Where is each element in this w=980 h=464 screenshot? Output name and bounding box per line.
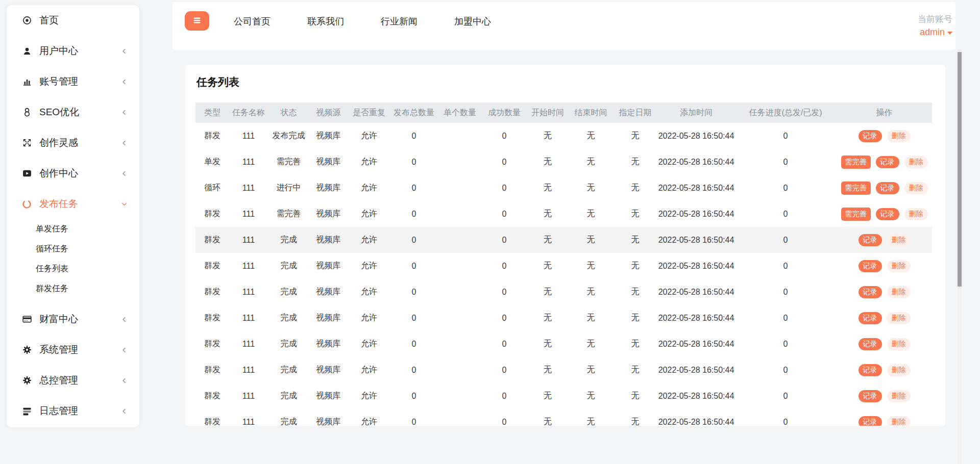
account-name: admin <box>920 27 945 38</box>
sidebar-item-系统管理[interactable]: 系统管理 <box>7 334 139 365</box>
cell-added: 2022-05-28 16:50:44 <box>658 357 734 383</box>
menu-toggle-button[interactable] <box>185 11 209 31</box>
delete-button[interactable]: 删除 <box>887 260 911 272</box>
record-button[interactable]: 记录 <box>859 130 882 142</box>
cell-status: 进行中 <box>268 175 309 201</box>
delete-button[interactable]: 删除 <box>887 286 911 298</box>
delete-button[interactable]: 删除 <box>887 338 911 350</box>
cell-end: 无 <box>569 305 612 331</box>
scrollbar-thumb[interactable] <box>958 52 962 287</box>
cell-start: 无 <box>526 409 569 426</box>
cell-type: 循环 <box>195 175 229 201</box>
column-header: 状态 <box>268 102 309 123</box>
cell-name: 111 <box>229 227 268 253</box>
delete-button[interactable]: 删除 <box>887 234 911 246</box>
cell-type: 群发 <box>195 227 229 253</box>
cell-start: 无 <box>526 201 569 227</box>
cell-type: 群发 <box>195 305 229 331</box>
cell-single <box>437 227 482 253</box>
improve-button[interactable]: 需完善 <box>841 156 871 169</box>
cell-date: 无 <box>612 383 658 409</box>
delete-button[interactable]: 删除 <box>887 130 911 142</box>
record-button[interactable]: 记录 <box>859 234 882 246</box>
sidebar-subitem-单发任务[interactable]: 单发任务 <box>7 219 139 239</box>
column-header: 开始时间 <box>526 102 569 123</box>
scrollbar-track[interactable] <box>958 50 962 464</box>
sidebar-item-创作灵感[interactable]: 创作灵感 <box>7 127 139 158</box>
cell-single <box>437 253 482 279</box>
cell-status: 完成 <box>268 305 309 331</box>
improve-button[interactable]: 需完善 <box>841 182 871 195</box>
sidebar-item-SEO优化[interactable]: SEO优化 <box>7 97 139 127</box>
cell-date: 无 <box>612 175 658 201</box>
chevron-down-icon <box>120 200 128 208</box>
task-table-wrap: 类型任务名称状态视频源是否重复发布总数量单个数量成功数量开始时间结束时间指定日期… <box>195 102 935 426</box>
record-button[interactable]: 记录 <box>859 338 882 350</box>
record-button[interactable]: 记录 <box>859 260 882 272</box>
account-dropdown[interactable]: admin <box>920 27 952 38</box>
improve-button[interactable]: 需完善 <box>841 208 871 221</box>
chevron-left-icon <box>120 316 128 323</box>
sidebar-item-财富中心[interactable]: 财富中心 <box>7 304 139 334</box>
server-icon <box>21 406 32 417</box>
sidebar-item-label: 日志管理 <box>39 404 78 418</box>
record-button[interactable]: 记录 <box>859 390 882 402</box>
cell-actions: 记录删除 <box>837 305 932 331</box>
sidebar-item-日志管理[interactable]: 日志管理 <box>7 396 139 426</box>
cell-name: 111 <box>229 305 268 331</box>
delete-button[interactable]: 删除 <box>887 364 911 376</box>
record-button[interactable]: 记录 <box>876 156 899 168</box>
cell-start: 无 <box>526 123 569 149</box>
delete-button[interactable]: 删除 <box>887 416 911 426</box>
delete-button[interactable]: 删除 <box>887 390 911 402</box>
delete-button[interactable]: 删除 <box>904 182 928 194</box>
cell-success: 0 <box>482 331 526 357</box>
record-button[interactable]: 记录 <box>859 416 882 426</box>
nav-link-联系我们[interactable]: 联系我们 <box>307 15 344 28</box>
sidebar-item-首页[interactable]: 首页 <box>7 5 139 36</box>
record-button[interactable]: 记录 <box>859 286 882 298</box>
nav-link-加盟中心[interactable]: 加盟中心 <box>454 15 491 28</box>
delete-button[interactable]: 删除 <box>904 208 928 220</box>
sidebar-menu: 首页用户中心账号管理SEO优化创作灵感创作中心发布任务单发任务循环任务任务列表群… <box>7 5 139 426</box>
user-icon <box>21 46 32 57</box>
sidebar-item-发布任务[interactable]: 发布任务 <box>7 189 139 219</box>
cell-total: 0 <box>390 305 437 331</box>
nav-link-行业新闻[interactable]: 行业新闻 <box>381 15 418 28</box>
sidebar-item-创作中心[interactable]: 创作中心 <box>7 158 139 189</box>
chevron-left-icon <box>120 109 128 116</box>
cell-success: 0 <box>482 149 526 175</box>
sidebar-subitem-群发任务[interactable]: 群发任务 <box>7 279 139 299</box>
sidebar-subitem-循环任务[interactable]: 循环任务 <box>7 239 139 259</box>
cell-single <box>437 305 482 331</box>
cell-source: 视频库 <box>309 331 348 357</box>
cell-status: 需完善 <box>268 201 309 227</box>
delete-button[interactable]: 删除 <box>887 312 911 324</box>
cell-success: 0 <box>482 357 526 383</box>
hamburger-icon <box>191 15 203 28</box>
nav-link-公司首页[interactable]: 公司首页 <box>234 15 271 28</box>
cell-progress: 0 <box>734 227 837 253</box>
cell-date: 无 <box>612 305 658 331</box>
record-button[interactable]: 记录 <box>859 364 882 376</box>
cell-success: 0 <box>482 383 526 409</box>
task-table: 类型任务名称状态视频源是否重复发布总数量单个数量成功数量开始时间结束时间指定日期… <box>195 102 932 426</box>
record-button[interactable]: 记录 <box>876 208 899 220</box>
cell-actions: 需完善记录删除 <box>837 175 932 201</box>
cell-actions: 记录删除 <box>837 409 932 426</box>
sidebar-item-总控管理[interactable]: 总控管理 <box>7 365 139 396</box>
cell-added: 2022-05-28 16:50:44 <box>658 383 734 409</box>
table-row: 群发111发布完成视频库允许00无无无2022-05-28 16:50:440记… <box>195 123 932 149</box>
record-button[interactable]: 记录 <box>859 312 882 324</box>
cell-added: 2022-05-28 16:50:44 <box>658 227 734 253</box>
sidebar-subitem-任务列表[interactable]: 任务列表 <box>7 259 139 279</box>
delete-button[interactable]: 删除 <box>904 156 928 168</box>
cell-type: 群发 <box>195 383 229 409</box>
sidebar-item-用户中心[interactable]: 用户中心 <box>7 36 139 66</box>
cell-added: 2022-05-28 16:50:44 <box>658 149 734 175</box>
cell-added: 2022-05-28 16:50:44 <box>658 409 734 426</box>
cell-added: 2022-05-28 16:50:44 <box>658 305 734 331</box>
sidebar-item-账号管理[interactable]: 账号管理 <box>7 66 139 97</box>
cell-progress: 0 <box>734 331 837 357</box>
record-button[interactable]: 记录 <box>876 182 899 194</box>
